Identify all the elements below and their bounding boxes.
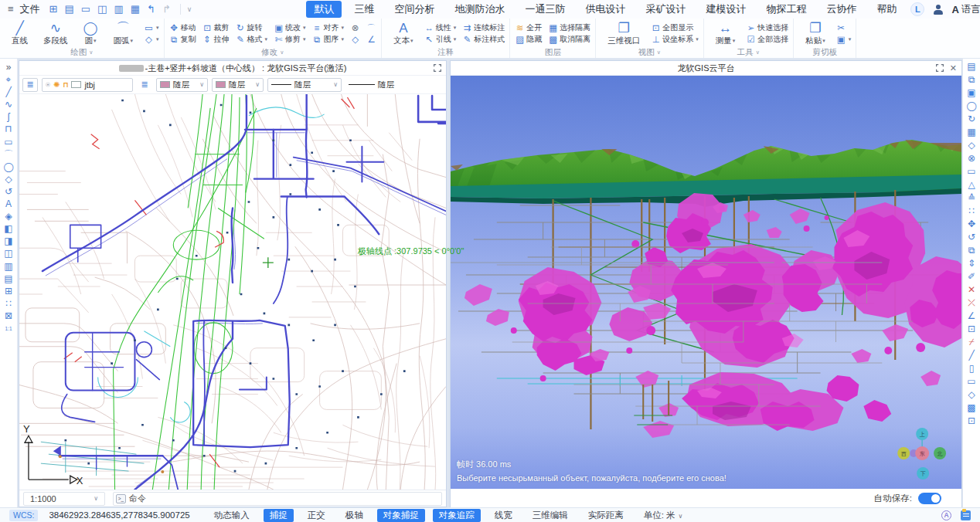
folder-open-icon[interactable]: ▭ [81,4,90,15]
tool-clip[interactable]: ⊡裁剪 [202,22,230,33]
tool-iso-select[interactable]: ▦选择隔离 [547,22,591,33]
collapse-icon[interactable]: » [6,63,12,73]
hamburger-icon[interactable]: ≡ [8,4,14,15]
select-box-icon[interactable]: ▣ [967,88,975,98]
tool-cont-dim[interactable]: ⇉连续标注 [461,22,505,33]
tab-地测防治水[interactable]: 地测防治水 [447,1,512,18]
trash2-icon[interactable]: ⊗ [968,154,975,164]
tool-arc[interactable]: ⌒圆弧▾ [106,19,141,47]
equal-space-icon[interactable]: ⊞ [5,286,12,297]
hatch-icon[interactable]: ▩ [967,403,975,413]
lineweight-select[interactable]: 随层 [345,78,443,92]
region-icon[interactable]: ⊓ [5,124,12,135]
scale-1-1-icon[interactable]: 1:1 [5,324,12,334]
tool-linear[interactable]: ↔线性▾ [424,22,458,33]
line-icon[interactable]: ╱ [5,87,11,98]
rect-icon[interactable]: ▭ [4,137,12,148]
avatar[interactable]: L [910,2,924,16]
tool-polygon[interactable]: ◇▾ [143,33,160,45]
fullscreen-icon[interactable] [434,64,441,72]
polygon-icon[interactable]: ◇ [5,175,12,185]
align-center-icon[interactable]: ◫ [4,249,12,259]
autosave-toggle[interactable] [918,493,941,504]
tool-measure[interactable]: ↔测量▾ [708,19,744,47]
user-icon[interactable] [932,4,944,15]
status-item-实际距离[interactable]: 实际距离 [582,509,630,522]
ribbon-groups-0-label[interactable]: 绘图 [70,47,87,58]
arc-icon[interactable]: ⌒ [4,150,13,161]
map-icon[interactable]: ▦ [967,127,975,137]
move2-icon[interactable]: ✥ [968,219,975,229]
align-right-icon[interactable]: ◨ [4,236,12,247]
panel2d-footer-command_label[interactable]: 命令 [129,493,146,504]
print-icon[interactable]: ▦ [131,4,140,15]
tab-建模设计[interactable]: 建模设计 [698,1,754,18]
rotate2-icon[interactable]: ↺ [968,232,975,242]
frame-icon[interactable]: ▭ [967,167,975,177]
panel2d-layerbar-combos-3-label[interactable]: 随层 [378,80,394,90]
save-icon[interactable]: ◫ [97,4,107,15]
props-icon[interactable]: ▤ [967,62,975,72]
scale-select[interactable]: 1:1000∨ [23,492,105,506]
tool-line[interactable]: ╱直线 [4,19,36,47]
tool-layers-hide[interactable]: ▨隐藏 [514,33,543,45]
ribbon-groups-4-label[interactable]: 视图 [638,47,655,58]
break-icon[interactable]: ✕ [968,285,975,295]
tool-align[interactable]: ≡对齐▾ [311,22,345,33]
match-icon[interactable]: ∷ [5,299,12,310]
tool-circle[interactable]: ◯圆▾ [76,19,106,47]
status-item-动态输入[interactable]: 动态输入 [208,509,256,522]
stamp-icon[interactable]: ≙ [968,193,975,203]
align-left-icon[interactable]: ◧ [4,224,12,235]
stretch2-icon[interactable]: ⇕ [968,259,975,269]
tool-dim-style[interactable]: ✎标注样式 [461,33,505,45]
tool-cut[interactable]: ✂ [835,22,852,33]
export-icon[interactable]: ▥ [114,4,123,15]
status-item-极轴[interactable]: 极轴 [339,509,369,522]
tool-unify[interactable]: ▣统改▾ [273,22,307,33]
status-item-线宽[interactable]: 线宽 [488,509,519,522]
language-button[interactable]: A语言 [951,3,980,16]
tool-coord-sys[interactable]: ⊥设坐标系▾ [650,33,699,45]
cube-icon[interactable]: ◇ [968,390,975,400]
arc2-icon[interactable]: ↺ [5,187,12,198]
file-menu[interactable]: 文件 [20,2,40,16]
layer-manager-button[interactable]: ≣ [22,78,38,92]
tool-rotate[interactable]: ↻旋转 [235,22,269,33]
ribbon-groups-2-label[interactable]: 注释 [437,47,454,58]
tool-stretch[interactable]: ⇕拉伸 [202,33,230,45]
panel2d-layerbar-combos-0-label[interactable]: 随层 [173,80,189,90]
mirror-icon[interactable]: △ [968,180,975,190]
tool-chamfer[interactable]: ∠ [366,33,377,45]
tab-云协作[interactable]: 云协作 [818,1,864,18]
clipboard-icon[interactable] [961,510,971,520]
tool-layers-on[interactable]: ≋全开 [514,22,543,33]
zoom-extents-icon[interactable]: ⊠ [5,311,12,322]
status-item-单位: 米[interactable]: 单位: 米∨ [638,509,689,522]
undo-icon[interactable]: ↰ [147,4,155,15]
text-icon[interactable]: A [5,199,12,210]
panel2d-layerbar-combos-2-label[interactable]: 随层 [294,80,311,90]
linetype-select[interactable]: 随层∨ [267,78,342,92]
color-select-1[interactable]: 随层∨ [156,78,208,92]
close-icon[interactable]: ✕ [950,63,957,73]
panel2d-layerbar-combos-1-label[interactable]: 随层 [229,80,245,90]
tool-rect[interactable]: ▭▾ [143,22,160,33]
screw-icon[interactable]: ✐ [968,272,975,282]
circle-icon[interactable]: ◯ [3,162,13,173]
canvas-2d[interactable]: Y X [19,94,446,490]
tool-trash[interactable]: ⊗ [349,22,361,33]
tab-采矿设计[interactable]: 采矿设计 [638,1,693,18]
wcs-badge[interactable]: WCS: [9,510,38,521]
tool-copy[interactable]: ⧉复制 [168,33,197,45]
block-icon[interactable]: ◈ [5,212,12,222]
ribbon-groups-5-label[interactable]: 工具 [737,47,754,58]
tool-leader[interactable]: ↖引线▾ [424,33,458,45]
box-icon[interactable]: ◇ [968,141,975,151]
tool-format[interactable]: ✎格式▾ [235,33,269,45]
angle-icon[interactable]: ∠ [968,311,976,321]
tab-默认[interactable]: 默认 [306,1,342,18]
paste2-icon[interactable]: ⧉ [968,75,975,85]
status-item-对象捕捉[interactable]: 对象捕捉 [377,509,425,522]
ribbon-groups-6-label[interactable]: 剪切板 [812,47,837,58]
